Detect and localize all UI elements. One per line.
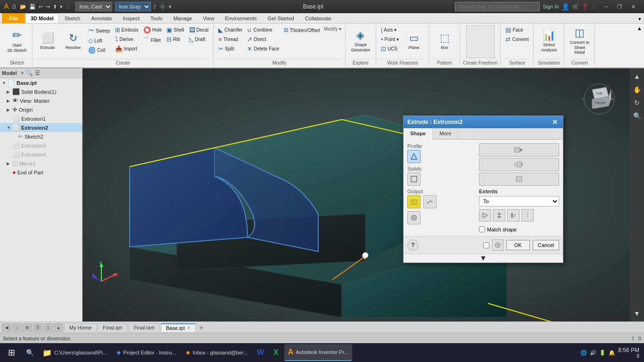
tab-view[interactable]: View xyxy=(198,13,219,23)
tab-base-ipt[interactable]: Base.ipt ✕ xyxy=(161,323,196,332)
convert-sheet-metal-btn[interactable]: ◫ Convert toSheet Metal xyxy=(567,25,592,57)
notification-icon[interactable]: 🔔 xyxy=(609,350,615,356)
extent-flip-icon[interactable] xyxy=(493,209,505,222)
fillet-btn[interactable]: ⌒Fillet xyxy=(141,35,164,45)
redo-btn[interactable]: ↪ xyxy=(46,4,50,10)
tree-item-extrusion1[interactable]: ▶ ⬜ Extrusion1 xyxy=(0,114,82,123)
profile-select-btn[interactable] xyxy=(407,150,421,163)
nav-prev-btn[interactable]: ◀ xyxy=(2,323,11,332)
view-cube[interactable]: TOP FRONT L R xyxy=(583,82,616,115)
tab-base-close-btn[interactable]: ✕ xyxy=(187,325,190,330)
user-icon[interactable]: 👤 xyxy=(561,3,570,10)
tab-collaborate[interactable]: Collaborate xyxy=(300,13,337,23)
preview-mode-btn[interactable] xyxy=(492,239,504,251)
import-btn[interactable]: 📥Import xyxy=(113,44,140,53)
shape-generator-btn[interactable]: ◈ ShapeGenerator xyxy=(348,25,373,57)
dialog-cancel-btn[interactable]: Cancel xyxy=(533,240,559,250)
cart-icon[interactable]: 🛒 xyxy=(572,4,579,10)
extent-select-icon[interactable] xyxy=(479,209,491,222)
rib-btn[interactable]: ⊟Rib xyxy=(165,35,186,44)
orbit-btn[interactable]: ↻ xyxy=(631,97,643,109)
extrude-dir-btn1[interactable] xyxy=(479,143,559,156)
zoom-btn[interactable]: 🔍 xyxy=(631,110,643,122)
face-btn[interactable]: ▤Face xyxy=(504,25,530,34)
extra-option-btn[interactable] xyxy=(407,211,421,224)
preview-checkbox[interactable] xyxy=(483,242,489,248)
derive-btn[interactable]: ⤵Derive xyxy=(113,35,140,44)
restore-btn[interactable]: ❐ xyxy=(612,2,627,12)
minimize-btn[interactable]: ─ xyxy=(599,2,612,12)
tree-item-view-master[interactable]: ▶ 👁 View: Master xyxy=(0,96,82,105)
tab-my-home[interactable]: My Home xyxy=(64,323,97,331)
match-shape-checkbox[interactable] xyxy=(479,226,485,232)
close-btn[interactable]: ✕ xyxy=(627,2,640,12)
coil-btn[interactable]: 🌀Coil xyxy=(86,46,112,55)
modify-dropdown[interactable]: Modify ▾ xyxy=(323,25,342,32)
scroll-up-btn[interactable]: ▲ xyxy=(631,70,643,82)
start-menu-btn[interactable]: ⊞ xyxy=(2,344,21,361)
battery-icon[interactable]: 🔋 xyxy=(599,350,606,356)
tab-sketch[interactable]: Sketch xyxy=(59,13,86,23)
nav-expand-btn[interactable]: ▲ xyxy=(54,323,63,332)
scroll-down-btn[interactable]: ▼ xyxy=(631,307,643,320)
open-btn[interactable]: 📂 xyxy=(20,4,26,10)
new-tab-btn[interactable]: + xyxy=(197,323,206,332)
emboss-btn[interactable]: ⊞Emboss xyxy=(113,25,140,34)
appearance-select[interactable]: Iron Gray xyxy=(115,2,151,11)
taskbar-app-word[interactable]: W xyxy=(253,344,268,361)
taskbar-app-explorer[interactable]: 📁 C:\Users\glassand\Pi... xyxy=(39,344,111,361)
dialog-ok-btn[interactable]: OK xyxy=(506,240,530,250)
combine-btn[interactable]: ∪Combine xyxy=(245,25,281,34)
signin-btn[interactable]: Sign In xyxy=(543,4,559,9)
nav-list-btn[interactable]: ☰ xyxy=(33,323,42,332)
plane-btn[interactable]: ▭ Plane xyxy=(402,25,426,57)
tree-item-base[interactable]: ▼ 📄 Base.ipt xyxy=(0,78,82,87)
taskbar-app-excel[interactable]: X xyxy=(270,344,282,361)
decal-btn[interactable]: 🖼Decal xyxy=(187,25,211,34)
hole-btn[interactable]: ⭕Hole xyxy=(141,25,164,34)
tab-manage[interactable]: Manage xyxy=(168,13,198,23)
help-icon[interactable]: ❓ xyxy=(582,4,588,10)
ribbon-collapse[interactable]: ▲ xyxy=(637,25,642,66)
pan-btn[interactable]: ✋ xyxy=(631,83,643,96)
taskbar-app-editor[interactable]: ● Project Editor - Instru... xyxy=(113,344,180,361)
extent-symmetric-icon[interactable] xyxy=(507,209,520,222)
network-icon[interactable]: 🌐 xyxy=(580,350,587,356)
add-btn[interactable]: ➕ xyxy=(159,4,166,10)
new-btn[interactable]: 🗋 xyxy=(12,4,17,9)
material-select[interactable]: Iron, Cast xyxy=(75,2,112,11)
solids-select-btn[interactable] xyxy=(407,173,421,186)
sweep-btn[interactable]: 〜Sweep xyxy=(86,25,112,36)
taskbar-search-btn[interactable]: 🔍 xyxy=(23,346,37,360)
taskbar-app-inbox[interactable]: ● Inbox - glassand@ber... xyxy=(182,344,251,361)
box-pattern-btn[interactable]: ⬚ Box xyxy=(432,25,457,57)
taskbar-app-inventor[interactable]: A Autodesk Inventor Pr... xyxy=(284,344,352,361)
nav-split-btn[interactable]: ⫿ xyxy=(43,323,53,332)
ribbon-more[interactable]: ▾ xyxy=(636,15,644,23)
more-tools[interactable]: ▾ xyxy=(169,4,172,10)
extents-dropdown[interactable]: To xyxy=(479,196,559,206)
volume-icon[interactable]: 🔊 xyxy=(590,350,596,356)
tree-options-btn[interactable]: ☰ xyxy=(35,70,40,76)
draft-btn[interactable]: ◺Draft xyxy=(187,35,211,44)
extrude-btn[interactable]: ⬜ Extrude xyxy=(35,25,60,57)
tab-getstarted[interactable]: Get Started xyxy=(262,13,299,23)
split-btn[interactable]: ✂Split xyxy=(216,44,244,53)
convert-btn[interactable]: ⇄Convert xyxy=(504,35,530,44)
equation-btn[interactable]: ƒ xyxy=(154,4,157,9)
tab-final-ipn[interactable]: Final.ipn xyxy=(98,323,128,331)
dialog-help-btn[interactable]: ? xyxy=(407,239,419,251)
extrude-dir-btn3[interactable] xyxy=(479,173,559,186)
extrude-dir-btn2[interactable] xyxy=(479,158,559,171)
tree-item-extrusion4[interactable]: ▶ ⬜ Extrusion4 xyxy=(0,150,82,159)
tab-final-iam[interactable]: Final.iam xyxy=(129,323,160,331)
tab-inspect[interactable]: Inspect xyxy=(118,13,145,23)
quick-access-dropdown[interactable]: ▾ xyxy=(60,4,63,10)
viewport[interactable]: 75 X Y Z xyxy=(83,68,644,321)
chamfer-btn[interactable]: ◣Chamfer xyxy=(216,25,244,34)
new-view-btn[interactable]: + xyxy=(21,70,24,76)
thicken-btn[interactable]: ⧉Thicken/Offset xyxy=(282,25,322,35)
tree-item-end-of-part[interactable]: ▶ ● End of Part xyxy=(0,168,82,177)
undo-btn[interactable]: ↩ xyxy=(39,4,43,10)
dialog-tab-more[interactable]: More xyxy=(433,128,458,139)
